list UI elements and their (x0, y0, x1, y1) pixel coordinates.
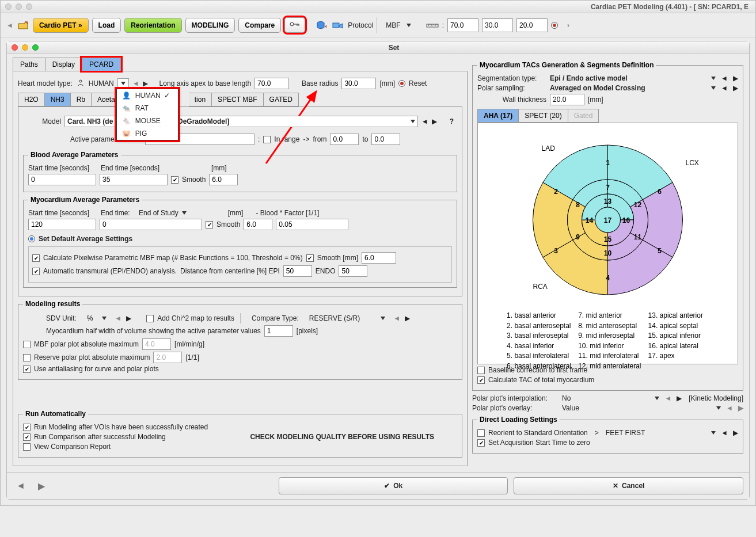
mbfabs-checkbox[interactable] (23, 341, 31, 348)
measure-icon[interactable] (426, 19, 439, 32)
inner-max[interactable] (32, 44, 39, 51)
polar-prev[interactable]: ◄ (721, 84, 728, 92)
model-help[interactable]: ? (450, 117, 454, 125)
feet-next[interactable]: ▶ (733, 429, 738, 437)
cancel-button[interactable]: ✕Cancel (514, 477, 743, 494)
species-opt-human[interactable]: 👤HUMAN✓ (117, 89, 178, 102)
blood-smooth-input[interactable] (209, 174, 238, 185)
reset-radio[interactable] (398, 80, 405, 87)
mbf-dropdown-icon[interactable] (407, 24, 411, 27)
feet-dd[interactable] (711, 431, 716, 435)
interp-dd[interactable] (655, 397, 659, 400)
endo-input[interactable] (339, 265, 367, 277)
footer-prev-icon[interactable]: ◄ (13, 481, 29, 491)
baseline-checkbox[interactable] (477, 367, 485, 374)
traffic-max[interactable] (26, 3, 32, 10)
traffic-close[interactable] (5, 3, 12, 10)
overlay-prev[interactable]: ◄ (726, 404, 733, 412)
interp-prev[interactable]: ◄ (664, 394, 671, 402)
species-opt-rat[interactable]: 🐀RAT (117, 102, 178, 115)
viewreport-checkbox[interactable] (23, 443, 31, 451)
myo-factor-input[interactable] (276, 219, 348, 230)
tracer-spect[interactable]: SPECT MBF (211, 93, 263, 106)
blood-start-input[interactable] (28, 174, 96, 185)
myo-start-input[interactable] (28, 219, 96, 230)
aa-checkbox[interactable] (23, 365, 31, 373)
segtype-next[interactable]: ▶ (733, 74, 738, 82)
addchi-checkbox[interactable] (146, 315, 154, 322)
halfwidth-input[interactable] (264, 325, 293, 337)
smoothmm-checkbox[interactable] (306, 254, 314, 262)
compare-dd-icon[interactable] (381, 317, 385, 320)
polar-next[interactable]: ▶ (733, 84, 738, 92)
cardio-pet-button[interactable]: Cardio PET » (33, 18, 89, 33)
myo-smooth-checkbox[interactable] (206, 221, 213, 228)
dim3-input[interactable] (516, 18, 548, 32)
segtype-prev[interactable]: ◄ (721, 74, 728, 82)
calctac-checkbox[interactable] (477, 376, 485, 384)
from-input[interactable] (330, 134, 359, 145)
tab-pcard[interactable]: PCARD (82, 58, 121, 71)
toolbar-back-icon[interactable]: ◄ (6, 21, 13, 29)
protocol-icon[interactable] (332, 19, 344, 32)
compare-button[interactable]: Compare (238, 18, 281, 33)
transmural-checkbox[interactable] (32, 268, 40, 275)
modeling-button[interactable]: MODELING (185, 18, 235, 33)
load-button[interactable]: Load (92, 18, 121, 33)
toolbar-next-icon[interactable]: › (567, 21, 569, 29)
sdv-next[interactable]: ▶ (126, 314, 131, 322)
compare-next[interactable]: ▶ (405, 314, 410, 322)
species-prev-icon[interactable]: ◄ (132, 79, 139, 87)
defaults-label[interactable]: Set Default Average Settings (39, 235, 132, 243)
myo-end-input[interactable] (100, 219, 202, 230)
inner-min[interactable] (22, 44, 28, 51)
open-icon[interactable] (17, 19, 29, 32)
polar-dd[interactable] (711, 86, 716, 90)
wall-input[interactable] (550, 94, 584, 105)
defaults-radio[interactable] (28, 235, 35, 242)
species-opt-pig[interactable]: 🐷PIG (117, 127, 178, 140)
compare-prev[interactable]: ◄ (393, 314, 400, 322)
tracer-nh3[interactable]: NH3 (44, 93, 71, 106)
feet-prev[interactable]: ◄ (721, 429, 728, 437)
settings-key-button[interactable] (284, 17, 305, 33)
myo-endtime-val[interactable]: End of Study (139, 209, 178, 217)
dim-radio[interactable] (551, 22, 558, 29)
tracer-h2o[interactable]: H2O (18, 93, 45, 106)
epi-input[interactable] (283, 265, 312, 277)
reorientation-button[interactable]: Reorientation (124, 18, 181, 33)
segtype-dd[interactable] (711, 77, 716, 80)
overlay-next[interactable]: ▶ (738, 404, 743, 412)
inner-close[interactable] (12, 44, 18, 51)
footer-next-icon[interactable]: ▶ (35, 481, 48, 492)
dim2-input[interactable] (482, 18, 513, 32)
blood-smooth-checkbox[interactable] (171, 176, 178, 184)
interp-next[interactable]: ▶ (677, 394, 682, 402)
overlay-dd[interactable] (716, 406, 721, 410)
species-dropdown-button[interactable] (117, 78, 129, 89)
zero-checkbox[interactable] (477, 439, 485, 447)
model-next-icon[interactable]: ▶ (432, 117, 437, 125)
endtime-dropdown-icon[interactable] (182, 211, 187, 215)
ok-button[interactable]: ✔Ok (279, 477, 508, 494)
tracer-gated[interactable]: GATED (263, 93, 299, 106)
autorun-compare-checkbox[interactable] (23, 433, 31, 441)
axis-input[interactable] (254, 78, 289, 89)
tab-display[interactable]: Display (45, 58, 82, 71)
traffic-min[interactable] (16, 3, 22, 10)
dim1-input[interactable] (447, 18, 478, 32)
db-icon[interactable] (316, 19, 328, 32)
autorun-model-checkbox[interactable] (23, 424, 31, 431)
tracer-rb[interactable]: Rb (70, 93, 92, 106)
reset-label[interactable]: Reset (409, 79, 427, 87)
pixelwise-checkbox[interactable] (32, 254, 40, 262)
reserveabs-checkbox[interactable] (23, 354, 31, 361)
tab-paths[interactable]: Paths (13, 58, 45, 71)
species-opt-mouse[interactable]: 🐁MOUSE (117, 115, 178, 127)
species-next-icon[interactable]: ▶ (143, 79, 148, 87)
sdv-prev[interactable]: ◄ (115, 314, 121, 322)
sdv-dropdown-icon[interactable] (102, 317, 107, 320)
model-prev-icon[interactable]: ◄ (421, 117, 428, 125)
tab-spect20[interactable]: SPECT (20) (518, 109, 568, 123)
inrange-checkbox[interactable] (263, 136, 271, 143)
